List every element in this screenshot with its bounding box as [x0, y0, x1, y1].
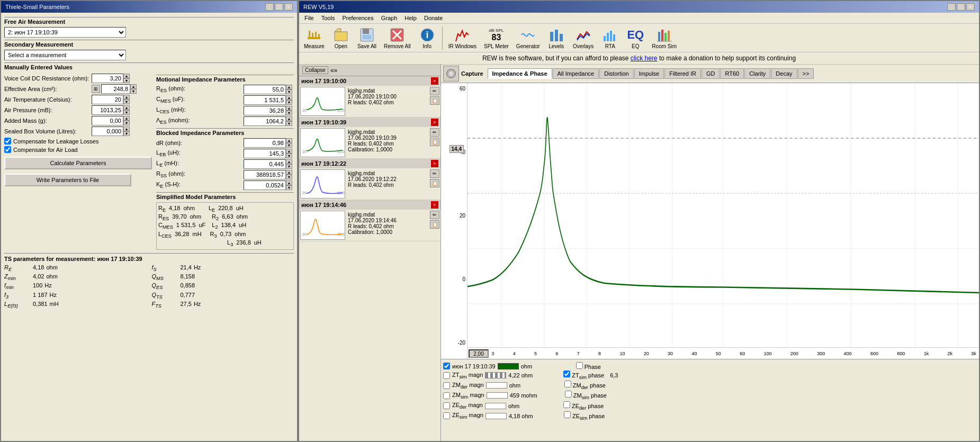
aes-up[interactable]: ▲: [286, 116, 292, 121]
menu-preferences[interactable]: Preferences: [339, 14, 376, 22]
menu-tools[interactable]: Tools: [318, 14, 338, 22]
air-pressure-up[interactable]: ▲: [123, 105, 130, 110]
meas-item-2-action1[interactable]: ✏: [430, 128, 439, 137]
cmes-input[interactable]: [244, 95, 286, 105]
meas-item-3-close[interactable]: ×: [431, 160, 438, 167]
voice-coil-input[interactable]: [92, 74, 123, 83]
tab-more[interactable]: >>: [798, 68, 814, 79]
added-mass-up[interactable]: ▲: [123, 116, 130, 121]
added-mass-input[interactable]: [92, 116, 123, 125]
legend-phase-check-cb-6[interactable]: [564, 411, 571, 418]
cmes-down[interactable]: ▼: [286, 100, 292, 105]
legend-phase-check-cb-2[interactable]: [563, 371, 570, 377]
eff-area-up[interactable]: ▲: [130, 84, 137, 89]
collapse-button[interactable]: Collapse: [302, 66, 328, 74]
legend-check-6[interactable]: [443, 412, 450, 419]
secondary-dropdown[interactable]: Select a measurement: [4, 50, 126, 60]
rss-down[interactable]: ▼: [286, 175, 292, 179]
eq-button[interactable]: EQ EQ: [624, 25, 647, 51]
measure-button[interactable]: Measure: [301, 25, 327, 51]
tab-rt60[interactable]: RT60: [720, 68, 744, 79]
room-sim-button[interactable]: Room Sim: [649, 25, 679, 51]
air-temp-up[interactable]: ▲: [123, 95, 130, 100]
minimize-button[interactable]: _: [265, 3, 274, 11]
meas-item-2-close[interactable]: ×: [431, 119, 438, 126]
legend-phase-check-cb-5[interactable]: [563, 401, 570, 408]
rew-minimize-button[interactable]: _: [947, 3, 956, 11]
legend-check-5[interactable]: [443, 402, 450, 409]
legend-phase-check-cb-4[interactable]: [565, 391, 572, 398]
freq-input[interactable]: [469, 349, 489, 358]
cmes-up[interactable]: ▲: [286, 95, 292, 100]
maximize-button[interactable]: □: [275, 3, 283, 11]
le-down[interactable]: ▼: [286, 164, 292, 169]
aes-input[interactable]: [244, 116, 286, 126]
ke-up[interactable]: ▲: [286, 181, 292, 185]
leb-up[interactable]: ▲: [286, 149, 292, 154]
tab-clarity[interactable]: Clarity: [744, 68, 770, 79]
legend-phase-check-cb-1[interactable]: [576, 362, 583, 369]
dr-down[interactable]: ▼: [286, 143, 292, 148]
air-temp-input[interactable]: [92, 95, 123, 104]
rew-maximize-button[interactable]: □: [957, 3, 965, 11]
eff-area-down[interactable]: ▼: [130, 89, 137, 94]
tab-impulse[interactable]: Impulse: [634, 68, 664, 79]
air-load-checkbox[interactable]: [4, 146, 11, 153]
res-up[interactable]: ▲: [286, 85, 292, 89]
res-down[interactable]: ▼: [286, 89, 292, 94]
rew-close-button[interactable]: ×: [966, 3, 975, 11]
close-button[interactable]: ×: [284, 3, 293, 11]
dr-up[interactable]: ▲: [286, 138, 292, 143]
tab-gd[interactable]: GD: [702, 68, 720, 79]
meas-item-1-action2[interactable]: 📋: [430, 96, 439, 105]
sealed-box-down[interactable]: ▼: [123, 131, 130, 136]
leakage-checkbox[interactable]: [4, 138, 11, 145]
menu-graph[interactable]: Graph: [378, 14, 401, 22]
legend-check-4[interactable]: [443, 392, 450, 399]
leb-input[interactable]: [244, 149, 286, 158]
le-input[interactable]: [244, 159, 286, 169]
rss-up[interactable]: ▲: [286, 170, 292, 175]
voice-coil-up[interactable]: ▲: [123, 74, 130, 78]
air-temp-down[interactable]: ▼: [123, 100, 130, 104]
leb-down[interactable]: ▼: [286, 154, 292, 158]
spl-meter-button[interactable]: dB SPL 83 SPL Meter: [481, 25, 511, 51]
legend-check-3[interactable]: [443, 382, 450, 389]
levels-button[interactable]: Levels: [545, 25, 568, 51]
tab-distortion[interactable]: Distortion: [599, 68, 633, 79]
meas-item-4-action2[interactable]: 📋: [430, 220, 439, 229]
legend-phase-check-cb-3[interactable]: [564, 381, 571, 387]
menu-donate[interactable]: Donate: [421, 14, 446, 22]
lces-down[interactable]: ▼: [286, 111, 292, 115]
air-pressure-input[interactable]: [92, 105, 123, 115]
calculate-button[interactable]: Calculate Parameters: [4, 157, 152, 169]
eff-area-icon[interactable]: ⊞: [92, 85, 100, 93]
remove-all-button[interactable]: Remove All: [381, 25, 413, 51]
rss-input[interactable]: [244, 170, 286, 179]
res-input[interactable]: [244, 85, 286, 94]
ir-windows-button[interactable]: IR Windows: [446, 25, 479, 51]
ke-down[interactable]: ▼: [286, 185, 292, 190]
donate-link[interactable]: click here: [631, 55, 658, 62]
tab-decay[interactable]: Decay: [771, 68, 797, 79]
meas-item-4-close[interactable]: ×: [431, 201, 438, 209]
added-mass-down[interactable]: ▼: [123, 121, 130, 125]
sealed-box-up[interactable]: ▲: [123, 127, 130, 131]
ke-input[interactable]: [244, 181, 286, 190]
lces-up[interactable]: ▲: [286, 106, 292, 111]
voice-coil-down[interactable]: ▼: [123, 78, 130, 83]
tab-all-impedance[interactable]: All Impedance: [553, 68, 599, 79]
free-air-dropdown[interactable]: 2: июн 17 19:10:39: [4, 27, 126, 38]
overlays-button[interactable]: Overlays: [570, 25, 596, 51]
tab-filtered-ir[interactable]: Filtered IR: [664, 68, 701, 79]
legend-check-1[interactable]: [443, 363, 450, 369]
info-button[interactable]: i Info: [416, 25, 439, 51]
legend-check-2[interactable]: [443, 372, 450, 379]
meas-item-1-close[interactable]: ×: [431, 77, 438, 85]
air-pressure-down[interactable]: ▼: [123, 110, 130, 115]
aes-down[interactable]: ▼: [286, 121, 292, 126]
write-button[interactable]: Write Parameters to File: [4, 174, 131, 186]
save-all-button[interactable]: Save All: [355, 25, 379, 51]
capture-button[interactable]: [443, 66, 459, 82]
dr-input[interactable]: [244, 138, 286, 148]
